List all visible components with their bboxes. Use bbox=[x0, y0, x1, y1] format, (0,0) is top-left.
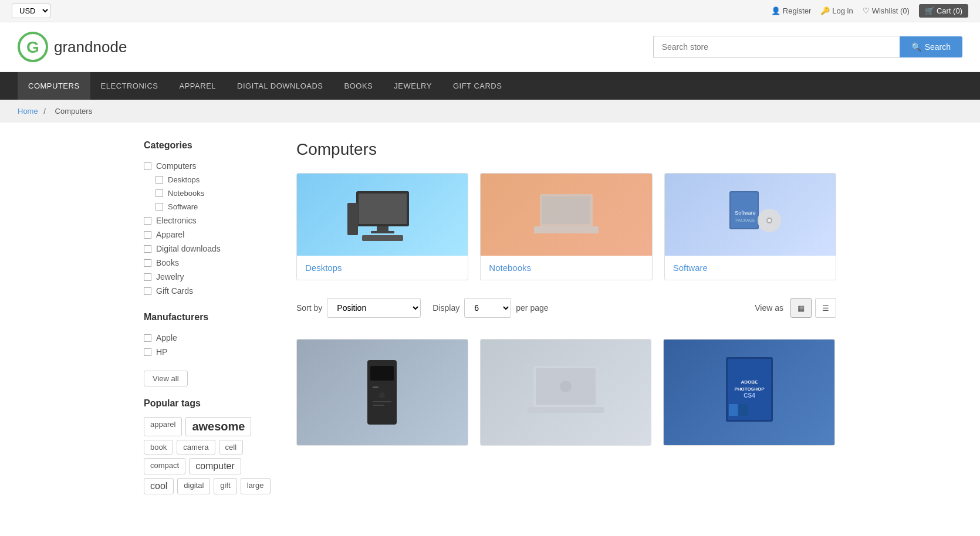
category-card-notebooks[interactable]: Notebooks bbox=[480, 173, 652, 280]
checkbox-apparel bbox=[144, 231, 151, 239]
nav-item-electronics[interactable]: ELECTRONICS bbox=[90, 72, 169, 100]
sidebar-item-gift-cards[interactable]: Gift Cards bbox=[144, 284, 273, 298]
product-card-desktop[interactable] bbox=[296, 339, 468, 446]
category-card-title-software: Software bbox=[665, 256, 836, 280]
per-page-label: per page bbox=[516, 303, 548, 313]
tag-cell[interactable]: cell bbox=[219, 440, 244, 454]
nav-item-digital-downloads[interactable]: DIGITAL DOWNLOADS bbox=[227, 72, 333, 100]
category-label-digital-downloads: Digital downloads bbox=[156, 244, 221, 253]
top-bar: USD EUR 👤 Register 🔑 Log in ♡ Wishlist (… bbox=[0, 0, 980, 22]
wishlist-label: Wishlist (0) bbox=[872, 6, 910, 15]
tag-digital[interactable]: digital bbox=[177, 478, 210, 494]
svg-text:G: G bbox=[26, 38, 39, 56]
category-card-img-software: Software PACKAGE bbox=[665, 174, 836, 256]
category-label-apparel: Apparel bbox=[156, 230, 184, 239]
nav-item-computers[interactable]: COMPUTERS bbox=[18, 72, 90, 100]
grid-view-button[interactable]: ▦ bbox=[790, 298, 812, 318]
sidebar-item-software[interactable]: Software bbox=[144, 200, 273, 213]
svg-point-21 bbox=[379, 392, 385, 398]
svg-rect-3 bbox=[359, 194, 407, 224]
category-card-title-desktops: Desktops bbox=[297, 256, 468, 280]
tag-cool[interactable]: cool bbox=[144, 478, 174, 494]
product-card-software[interactable]: ADOBE PHOTOSHOP CS4 bbox=[663, 339, 835, 446]
product-card-laptop[interactable] bbox=[480, 339, 652, 446]
register-link[interactable]: 👤 Register bbox=[771, 6, 811, 15]
tag-camera[interactable]: camera bbox=[177, 440, 215, 454]
tag-compact[interactable]: compact bbox=[144, 458, 185, 474]
svg-rect-7 bbox=[347, 203, 358, 235]
svg-rect-20 bbox=[373, 386, 379, 388]
svg-rect-23 bbox=[373, 405, 384, 406]
svg-rect-34 bbox=[739, 404, 748, 416]
tag-apparel[interactable]: apparel bbox=[144, 417, 182, 436]
svg-text:ADOBE: ADOBE bbox=[741, 379, 758, 385]
nav-item-gift-cards[interactable]: GIFT CARDS bbox=[442, 72, 513, 100]
logo[interactable]: G grandnode bbox=[18, 32, 127, 62]
list-icon: ☰ bbox=[822, 304, 829, 313]
sidebar-item-jewelry[interactable]: Jewelry bbox=[144, 270, 273, 284]
tag-awesome[interactable]: awesome bbox=[185, 417, 251, 436]
sidebar-item-apparel[interactable]: Apparel bbox=[144, 228, 273, 242]
svg-rect-19 bbox=[370, 366, 394, 381]
manufacturer-hp[interactable]: HP bbox=[144, 345, 273, 359]
register-label: Register bbox=[783, 6, 811, 15]
breadcrumb: Home / Computers bbox=[0, 100, 980, 123]
sort-select[interactable]: Position Name Price Date bbox=[327, 298, 421, 318]
software-image: Software PACKAGE bbox=[712, 182, 788, 247]
cart-link[interactable]: 🛒 Cart (0) bbox=[919, 4, 968, 18]
categories-list: Computers Desktops Notebooks Software El… bbox=[144, 159, 273, 298]
svg-rect-6 bbox=[362, 235, 403, 241]
user-icon: 👤 bbox=[771, 6, 780, 15]
sidebar-item-computers[interactable]: Computers bbox=[144, 159, 273, 173]
sidebar-item-books[interactable]: Books bbox=[144, 256, 273, 270]
display-select[interactable]: 6 12 24 bbox=[464, 298, 511, 318]
logo-icon: G bbox=[18, 32, 48, 62]
svg-rect-5 bbox=[371, 231, 394, 233]
wishlist-link[interactable]: ♡ Wishlist (0) bbox=[863, 6, 910, 15]
main-nav: COMPUTERS ELECTRONICS APPAREL DIGITAL DO… bbox=[0, 72, 980, 100]
svg-point-17 bbox=[768, 219, 771, 222]
tag-gift[interactable]: gift bbox=[214, 478, 236, 494]
currency-select[interactable]: USD EUR bbox=[12, 4, 50, 18]
sidebar-item-digital-downloads[interactable]: Digital downloads bbox=[144, 242, 273, 256]
sort-bar: Sort by Position Name Price Date Display… bbox=[296, 298, 836, 327]
main-container: Categories Computers Desktops Notebooks … bbox=[126, 123, 854, 512]
breadcrumb-home[interactable]: Home bbox=[18, 107, 38, 116]
product-software-img: ADOBE PHOTOSHOP CS4 bbox=[711, 348, 788, 436]
categories-title: Categories bbox=[144, 140, 273, 151]
search-button[interactable]: 🔍 Search bbox=[900, 36, 962, 57]
sidebar-item-notebooks[interactable]: Notebooks bbox=[144, 186, 273, 200]
nav-item-apparel[interactable]: APPAREL bbox=[169, 72, 227, 100]
checkbox-digital-downloads bbox=[144, 245, 151, 253]
manufacturer-apple[interactable]: Apple bbox=[144, 331, 273, 345]
view-all-button[interactable]: View all bbox=[144, 371, 188, 386]
checkbox-books bbox=[144, 259, 151, 267]
svg-text:Software: Software bbox=[735, 210, 756, 216]
manufacturers-title: Manufacturers bbox=[144, 312, 273, 323]
list-view-button[interactable]: ☰ bbox=[815, 298, 836, 318]
tag-computer[interactable]: computer bbox=[189, 458, 241, 474]
category-cards: Desktops Notebooks bbox=[296, 173, 836, 280]
sidebar-item-electronics[interactable]: Electronics bbox=[144, 213, 273, 228]
svg-rect-9 bbox=[542, 196, 590, 224]
svg-rect-4 bbox=[377, 226, 388, 231]
logo-text: grandnode bbox=[54, 38, 127, 56]
tag-large[interactable]: large bbox=[241, 478, 271, 494]
tag-book[interactable]: book bbox=[144, 440, 173, 454]
search-icon: 🔍 bbox=[911, 42, 921, 52]
svg-text:PACKAGE: PACKAGE bbox=[736, 218, 756, 222]
manufacturers-list: Apple HP bbox=[144, 331, 273, 359]
sidebar-item-desktops[interactable]: Desktops bbox=[144, 173, 273, 186]
search-input[interactable] bbox=[653, 36, 900, 58]
popular-tags-title: Popular tags bbox=[144, 398, 273, 409]
category-card-software[interactable]: Software PACKAGE Software bbox=[664, 173, 836, 280]
sidebar: Categories Computers Desktops Notebooks … bbox=[144, 140, 273, 494]
nav-item-jewelry[interactable]: JEWELRY bbox=[383, 72, 442, 100]
nav-item-books[interactable]: BOOKS bbox=[334, 72, 384, 100]
checkbox-gift-cards bbox=[144, 287, 151, 295]
sort-group: Sort by Position Name Price Date bbox=[296, 298, 421, 318]
breadcrumb-separator: / bbox=[43, 107, 46, 116]
category-card-desktops[interactable]: Desktops bbox=[296, 173, 468, 280]
login-link[interactable]: 🔑 Log in bbox=[820, 6, 853, 15]
product-desktop-img bbox=[347, 348, 417, 436]
